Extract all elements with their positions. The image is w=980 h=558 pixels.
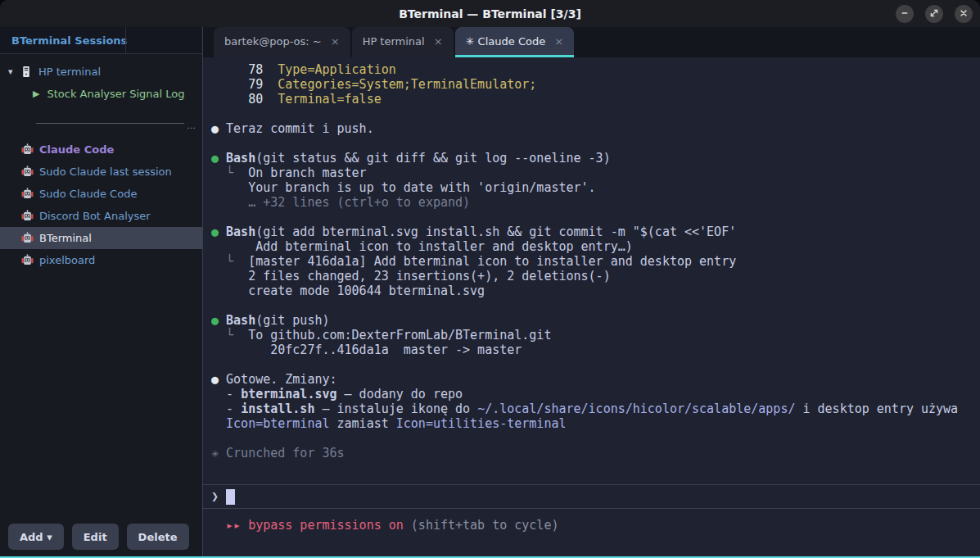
permission-status: ▸▸ bypass permissions on (shift+tab to c… bbox=[203, 509, 980, 533]
status-indent bbox=[211, 518, 226, 533]
terminal-line: Icon=bterminal zamiast Icon=utilities-te… bbox=[203, 416, 980, 431]
terminal-line: - install.sh — instaluje ikonę do ~/.loc… bbox=[203, 401, 980, 416]
tree-item-label: HP terminal bbox=[38, 66, 101, 78]
prompt-chevron: ❯ bbox=[211, 489, 219, 504]
titlebar[interactable]: BTerminal — BTerminal [3/3] bbox=[0, 0, 980, 27]
tree-item-label: Stock Analyser Signal Log bbox=[47, 88, 184, 100]
terminal-line: ● Bash(git status && git diff && git log… bbox=[203, 151, 980, 166]
session-label: BTerminal bbox=[39, 232, 92, 244]
terminal-line bbox=[203, 107, 980, 121]
terminal-line: … +32 lines (ctrl+o to expand) bbox=[203, 195, 980, 210]
session-label: Sudo Claude last session bbox=[39, 166, 172, 178]
bypass-arrows-icon: ▸▸ bbox=[226, 518, 241, 533]
terminal-line bbox=[203, 357, 980, 372]
terminal-line: └ [master 416da1a] Add bterminal icon to… bbox=[203, 254, 980, 269]
robot-icon bbox=[21, 143, 34, 156]
tab-hp-terminal[interactable]: HP terminal× bbox=[352, 27, 454, 57]
sidebar-header: BTerminal Sessions bbox=[0, 27, 202, 54]
robot-icon bbox=[21, 232, 34, 244]
terminal-line: 2 files changed, 23 insertions(+), 2 del… bbox=[203, 269, 980, 284]
tab-bar: bartek@pop-os: ~×HP terminal×✳ Claude Co… bbox=[203, 27, 980, 57]
ellipsis-icon: … bbox=[187, 120, 196, 131]
terminal-output[interactable]: 78 Type=Application 79 Categories=System… bbox=[203, 57, 980, 556]
terminal-line bbox=[203, 431, 980, 446]
session-item-claude-code[interactable]: Claude Code bbox=[0, 138, 202, 161]
terminal-line: ✳ Crunched for 36s bbox=[203, 446, 980, 460]
play-icon: ▶ bbox=[33, 88, 39, 99]
add-button[interactable]: Add ▾ bbox=[8, 524, 64, 550]
session-item-discord-bot-analyser[interactable]: Discord Bot Analyser bbox=[0, 205, 202, 227]
session-label: Claude Code bbox=[39, 143, 114, 156]
computer-icon bbox=[21, 66, 33, 78]
text-cursor bbox=[226, 489, 235, 505]
tab-close-icon[interactable]: × bbox=[434, 35, 443, 48]
terminal-line: create mode 100644 bterminal.svg bbox=[203, 284, 980, 298]
window-title: BTerminal — BTerminal [3/3] bbox=[399, 7, 581, 20]
session-label: pixelboard bbox=[39, 254, 95, 266]
status-hint: (shift+tab to cycle) bbox=[411, 518, 559, 533]
tab-label: ✳ Claude Code bbox=[466, 35, 546, 48]
minimize-icon bbox=[901, 7, 909, 20]
session-list: Claude CodeSudo Claude last sessionSudo … bbox=[0, 138, 202, 271]
terminal-line: ● Teraz commit i push. bbox=[203, 121, 980, 136]
terminal-line bbox=[203, 136, 980, 151]
session-item-sudo-claude-last-session[interactable]: Sudo Claude last session bbox=[0, 161, 202, 183]
terminal-pane: bartek@pop-os: ~×HP terminal×✳ Claude Co… bbox=[203, 27, 980, 556]
tree-item-hp-terminal[interactable]: ▾ HP terminal bbox=[0, 61, 202, 82]
robot-icon bbox=[21, 166, 34, 178]
terminal-line: └ To github.com:DexterFromLab/BTerminal.… bbox=[203, 328, 980, 343]
sidebar-title: BTerminal Sessions bbox=[11, 34, 127, 47]
terminal-line: 20fc27f..416da1a master -> master bbox=[203, 343, 980, 357]
tab-label: HP terminal bbox=[363, 35, 425, 48]
status-text: bypass permissions on bbox=[241, 518, 411, 533]
terminal-line: 78 Type=Application bbox=[203, 62, 980, 77]
terminal-line: Add bterminal icon to installer and desk… bbox=[203, 239, 980, 254]
session-label: Discord Bot Analyser bbox=[39, 210, 151, 222]
prompt-input[interactable]: ❯ bbox=[203, 484, 980, 509]
terminal-line: ● Bash(git push) bbox=[203, 313, 980, 328]
terminal-line: ● Bash(git add bterminal.svg install.sh … bbox=[203, 225, 980, 239]
terminal-line: Your branch is up to date with 'origin/m… bbox=[203, 180, 980, 195]
tab-close-icon[interactable]: × bbox=[554, 35, 563, 48]
tab-bartek-pop-os[interactable]: bartek@pop-os: ~× bbox=[214, 27, 350, 57]
session-item-pixelboard[interactable]: pixelboard bbox=[0, 249, 202, 271]
close-button[interactable] bbox=[955, 5, 973, 23]
sidebar-buttons: Add ▾EditDelete bbox=[0, 524, 202, 556]
terminal-line: 80 Terminal=false bbox=[203, 92, 980, 107]
terminal-line: - bterminal.svg — dodany do repo bbox=[203, 387, 980, 401]
maximize-icon bbox=[930, 7, 938, 20]
terminal-line: ● Gotowe. Zmiany: bbox=[203, 372, 980, 387]
tab-label: bartek@pop-os: ~ bbox=[224, 35, 322, 48]
tab-close-icon[interactable]: × bbox=[331, 35, 340, 48]
session-tree: ▾ HP terminal ▶ Stock Analyser Signal Lo… bbox=[0, 54, 202, 105]
sessions-sidebar: BTerminal Sessions ▾ HP terminal ▶ Stock… bbox=[0, 27, 203, 556]
session-item-sudo-claude-code[interactable]: Sudo Claude Code bbox=[0, 183, 202, 205]
delete-button[interactable]: Delete bbox=[127, 524, 189, 550]
terminal-line bbox=[203, 210, 980, 225]
terminal-line: 79 Categories=System;TerminalEmulator; bbox=[203, 77, 980, 92]
sidebar-divider: … bbox=[36, 118, 196, 129]
robot-icon bbox=[21, 210, 34, 222]
divider-line bbox=[36, 123, 184, 124]
minimize-button[interactable] bbox=[896, 5, 914, 23]
tree-item-stock-analyser-signal-log[interactable]: ▶ Stock Analyser Signal Log bbox=[0, 82, 202, 105]
session-label: Sudo Claude Code bbox=[39, 188, 137, 200]
terminal-scrollback: 78 Type=Application 79 Categories=System… bbox=[203, 62, 980, 460]
edit-button[interactable]: Edit bbox=[72, 524, 119, 550]
session-item-bterminal[interactable]: BTerminal bbox=[0, 227, 202, 249]
robot-icon bbox=[21, 254, 34, 266]
bterminal-window: BTerminal — BTerminal [3/3] BTerminal Se… bbox=[0, 0, 980, 558]
chevron-down-icon[interactable]: ▾ bbox=[8, 66, 21, 77]
window-controls bbox=[896, 0, 973, 27]
terminal-line bbox=[203, 298, 980, 313]
tab-claude-code[interactable]: ✳ Claude Code× bbox=[455, 27, 575, 57]
robot-icon bbox=[21, 188, 34, 200]
close-icon bbox=[960, 7, 968, 20]
terminal-line: └ On branch master bbox=[203, 166, 980, 180]
maximize-button[interactable] bbox=[925, 5, 943, 23]
